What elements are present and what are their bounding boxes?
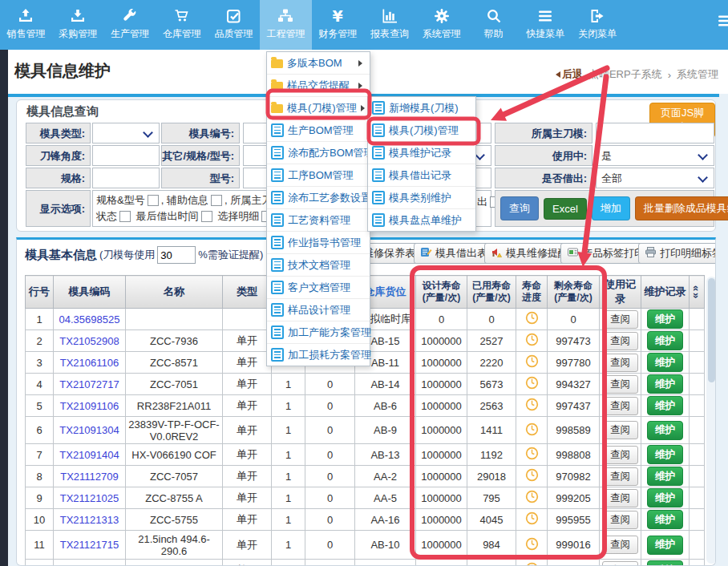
yen-icon: ¥: [330, 7, 346, 25]
display-option-checkbox[interactable]: [148, 195, 159, 206]
menu-item-模具维护记录[interactable]: 模具维护记录: [368, 142, 475, 164]
nav-item-品质管理[interactable]: 品质管理: [208, 0, 260, 50]
menu-item-模具类别维护[interactable]: 模具类别维护: [368, 187, 475, 209]
spec-input[interactable]: [93, 168, 159, 188]
maintain-button[interactable]: 维护: [647, 374, 683, 394]
menu-item-工艺资料管理[interactable]: 工艺资料管理: [267, 209, 370, 232]
toolbar-button-打印明细标签[interactable]: 打印明细标签: [638, 243, 716, 264]
menu-item-涂布配方BOM管理[interactable]: 涂布配方BOM管理: [267, 142, 370, 164]
bars-icon: [717, 13, 728, 29]
parent-die-input[interactable]: [597, 123, 714, 143]
nav-item-快捷菜单[interactable]: 快捷菜单: [520, 0, 572, 50]
mold-code-link[interactable]: TX21121025: [60, 492, 119, 504]
engineering-menu: 多版本BOM样品交货提醒模具(刀模)管理生产BOM管理涂布配方BOM管理工序BO…: [266, 51, 370, 366]
cell-maintain-record: 维护: [641, 352, 690, 374]
view-record-button[interactable]: 查阅: [602, 511, 638, 529]
menu-item-样品设计管理[interactable]: 样品设计管理: [267, 299, 370, 321]
mold-code-link[interactable]: TX21091106: [60, 400, 119, 412]
nav-item-工程管理[interactable]: 工程管理: [260, 0, 312, 50]
maintain-button[interactable]: 维护: [647, 510, 683, 529]
maintain-button[interactable]: 维护: [647, 467, 683, 486]
menu-item-加工损耗方案管理[interactable]: 加工损耗方案管理: [267, 344, 370, 366]
mold-code-link[interactable]: TX21121715: [60, 539, 119, 551]
view-record-button[interactable]: 查阅: [602, 375, 638, 394]
menu-item-样品交货提醒[interactable]: 样品交货提醒: [267, 75, 370, 97]
verify-percent-input[interactable]: [157, 246, 196, 264]
mold-code-link[interactable]: TX21052908: [59, 335, 119, 347]
nav-item-采购管理[interactable]: 采购管理: [52, 0, 104, 50]
menu-item-作业指导书管理[interactable]: 作业指导书管理: [267, 232, 370, 254]
query-button-Excel[interactable]: Excel: [544, 198, 587, 220]
maintain-button[interactable]: 维护: [647, 309, 683, 329]
query-button-增加[interactable]: 增加: [592, 196, 630, 220]
nav-item-报表查询[interactable]: 报表查询: [364, 0, 416, 50]
menu-item-客户文档管理[interactable]: 客户文档管理: [267, 277, 370, 299]
cell-col-e-value: 1: [272, 560, 305, 566]
menu-item-多版本BOM[interactable]: 多版本BOM: [267, 52, 370, 75]
view-record-button[interactable]: 查阅: [602, 421, 638, 439]
menu-item-模具盘点单维护[interactable]: 模具盘点单维护: [368, 209, 475, 231]
maintain-button[interactable]: 维护: [647, 396, 683, 415]
mold-code-link[interactable]: TX21061106: [60, 357, 119, 369]
breadcrumb-parent[interactable]: 点晴ERP子系统: [588, 67, 662, 82]
menu-item-模具(刀模)管理[interactable]: 模具(刀模)管理: [368, 119, 475, 142]
menu-item-加工产能方案管理[interactable]: 加工产能方案管理: [267, 321, 370, 344]
mold-code-link[interactable]: TX21121313: [60, 514, 119, 526]
mold-code-link[interactable]: 04.35698525: [59, 313, 120, 325]
view-record-button[interactable]: 查阅: [602, 467, 638, 486]
display-option-checkbox[interactable]: [201, 211, 212, 222]
in-use-select[interactable]: 是: [596, 145, 714, 166]
display-option-checkbox[interactable]: [119, 211, 131, 222]
toolbar-button-模具借出表[interactable]: 模具借出表: [414, 243, 494, 264]
view-record-button[interactable]: 查阅: [602, 536, 638, 554]
menu-item-生产BOM管理[interactable]: 生产BOM管理: [267, 119, 370, 142]
display-option-checkbox[interactable]: [211, 195, 222, 206]
mold-type-select[interactable]: [92, 123, 160, 144]
nav-item-财务管理[interactable]: ¥财务管理: [312, 0, 364, 50]
query-button-查询[interactable]: 查询: [500, 196, 539, 220]
collapse-chevrons-icon[interactable]: «»: [690, 276, 705, 309]
view-record-button[interactable]: 查阅: [602, 561, 638, 566]
view-record-button[interactable]: 查阅: [602, 354, 638, 372]
query-button-批量删除成品模具绑定[interactable]: 批量删除成品模具绑定: [635, 196, 728, 220]
menu-item-技术文档管理[interactable]: 技术文档管理: [267, 254, 370, 277]
view-record-button[interactable]: 查阅: [602, 332, 638, 350]
menu-item-模具(刀模)管理[interactable]: 模具(刀模)管理: [267, 97, 370, 119]
view-record-button[interactable]: 查阅: [602, 489, 638, 507]
display-option-label: 选择明细: [215, 209, 260, 224]
column-header-行号: 行号: [26, 276, 54, 309]
nav-item-帮助[interactable]: 帮助: [467, 0, 520, 50]
nav-item-销售管理[interactable]: 销售管理: [0, 0, 52, 50]
menu-item-工序BOM管理[interactable]: 工序BOM管理: [267, 164, 370, 187]
blade-angle-input[interactable]: [93, 146, 159, 165]
cell-warehouse-location: AB-13: [355, 444, 416, 466]
view-record-button[interactable]: 查阅: [602, 446, 638, 464]
borrowed-select[interactable]: 全部: [596, 168, 714, 188]
nav-item-关闭菜单[interactable]: 关闭菜单: [572, 0, 624, 50]
mold-code-link[interactable]: TX21091304: [59, 424, 119, 436]
maintain-button[interactable]: 维护: [647, 353, 683, 372]
maintain-button[interactable]: 维护: [647, 488, 683, 507]
nav-item-仓库管理[interactable]: 仓库管理: [156, 0, 208, 50]
document-icon: [372, 101, 385, 115]
view-record-button[interactable]: 查阅: [602, 310, 638, 329]
menu-item-模具借出记录[interactable]: 模具借出记录: [368, 164, 475, 187]
menu-item-涂布工艺参数设置[interactable]: 涂布工艺参数设置: [267, 187, 370, 209]
scrollbar-thumb[interactable]: [708, 278, 715, 382]
nav-item-系统管理[interactable]: 系统管理: [415, 0, 467, 50]
menu-item-新增模具(刀模)[interactable]: 新增模具(刀模): [368, 97, 475, 119]
maintain-button[interactable]: 维护: [647, 421, 683, 440]
back-button[interactable]: 后退: [552, 67, 583, 82]
mold-code-link[interactable]: TX21091404: [59, 449, 119, 461]
view-record-button[interactable]: 查阅: [602, 397, 638, 415]
vertical-scrollbar[interactable]: [706, 277, 716, 564]
cell-col-e-value: 1: [272, 466, 305, 487]
mold-code-link[interactable]: TX21112709: [60, 471, 119, 483]
maintain-button[interactable]: 维护: [647, 536, 683, 555]
mold-code-link[interactable]: TX21072717: [59, 378, 119, 390]
maintain-button[interactable]: 维护: [647, 331, 683, 350]
maintain-button[interactable]: 维护: [647, 560, 683, 566]
nav-item-生产管理[interactable]: 生产管理: [104, 0, 156, 50]
cell-maintain-record: 维护: [641, 531, 690, 560]
maintain-button[interactable]: 维护: [647, 445, 683, 464]
